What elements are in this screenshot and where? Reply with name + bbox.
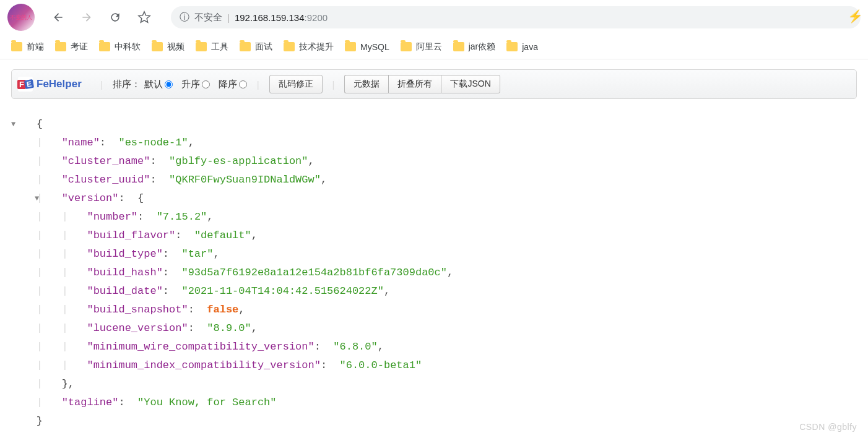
forward-button[interactable] [74,9,99,26]
url-text: 192.168.159.134:9200 [235,12,328,23]
bookmark-item[interactable]: 考证 [55,41,88,53]
bookmark-label: jar依赖 [469,41,496,53]
collapse-caret-icon[interactable]: ▼ [35,189,39,208]
collapse-caret-icon[interactable]: ▼ [11,115,15,134]
bookmark-item[interactable]: 中科软 [99,41,141,53]
bookmark-item[interactable]: 工具 [196,41,228,53]
collapse-all-button[interactable]: 折叠所有 [388,75,441,93]
bookmark-label: 中科软 [115,41,141,53]
bookmark-label: 面试 [255,41,272,53]
arrow-left-icon [52,11,64,24]
action-button-group: 元数据 折叠所有 下载JSON [344,75,500,93]
folder-icon [345,42,356,51]
bookmark-item[interactable]: java [506,42,538,52]
bookmark-item[interactable]: 视频 [152,41,184,53]
folder-icon [152,42,163,51]
bookmark-label: MySQL [360,42,389,52]
bookmark-item[interactable]: 前端 [11,41,44,53]
bookmark-item[interactable]: MySQL [345,42,389,52]
bookmark-item[interactable]: 技术提升 [284,41,334,53]
bookmark-label: 阿里云 [416,41,442,53]
back-button[interactable] [46,9,71,26]
sort-asc-option[interactable]: 升序 [181,79,210,90]
star-outline-icon [137,11,151,24]
folder-icon [99,42,110,51]
fehelper-logo-icon: FE [18,77,33,92]
folder-icon [196,42,207,51]
bookmark-label: 视频 [167,41,184,53]
reload-icon [109,11,121,24]
fehelper-toolbar: FE FeHelper | 排序： 默认 升序 降序 | 乱码修正 | 元数据 … [11,69,857,99]
fehelper-brand: FeHelper [37,78,82,90]
reload-button[interactable] [103,9,128,26]
bookmark-star-button[interactable] [131,8,157,27]
bookmark-label: java [522,42,538,52]
bookmarks-bar: 前端考证中科软视频工具面试技术提升MySQL阿里云jar依赖java [0,35,868,59]
bookmark-label: 技术提升 [299,41,334,53]
address-bar[interactable]: ⓘ 不安全 | 192.168.159.134:9200 [171,6,861,28]
folder-icon [506,42,518,51]
sort-desc-option[interactable]: 降序 [219,79,247,90]
bookmark-label: 工具 [211,41,228,53]
bolt-icon[interactable]: ⚡ [848,9,863,24]
folder-icon [284,42,295,51]
download-json-button[interactable]: 下载JSON [441,75,500,93]
folder-icon [11,42,22,51]
sort-radio-group: 默认 升序 降序 [144,79,247,90]
bookmark-item[interactable]: 阿里云 [401,41,442,53]
browser-navigation-bar: 不变的人 ⓘ 不安全 | 192.168.159.134:9200 ⚡ [0,0,868,35]
folder-icon [453,42,464,51]
arrow-right-icon [80,11,93,24]
bookmark-item[interactable]: 面试 [240,41,272,53]
watermark: CSDN @gblfy [799,422,857,432]
json-viewer: ▼ { | "name": "es-node-1", | "cluster_na… [11,99,857,431]
insecure-label: 不安全 [194,12,222,24]
bookmark-item[interactable]: jar依赖 [453,41,496,53]
sort-label: 排序： [113,79,141,90]
bookmark-label: 考证 [71,41,88,53]
folder-icon [240,42,251,51]
separator: | [227,12,230,23]
metadata-button[interactable]: 元数据 [344,75,388,93]
fix-encoding-button[interactable]: 乱码修正 [269,75,323,93]
profile-avatar[interactable]: 不变的人 [7,4,35,31]
sort-default-option[interactable]: 默认 [144,79,173,90]
folder-icon [401,42,412,51]
site-info-icon[interactable]: ⓘ [180,11,189,24]
bookmark-label: 前端 [27,41,44,53]
folder-icon [55,42,66,51]
